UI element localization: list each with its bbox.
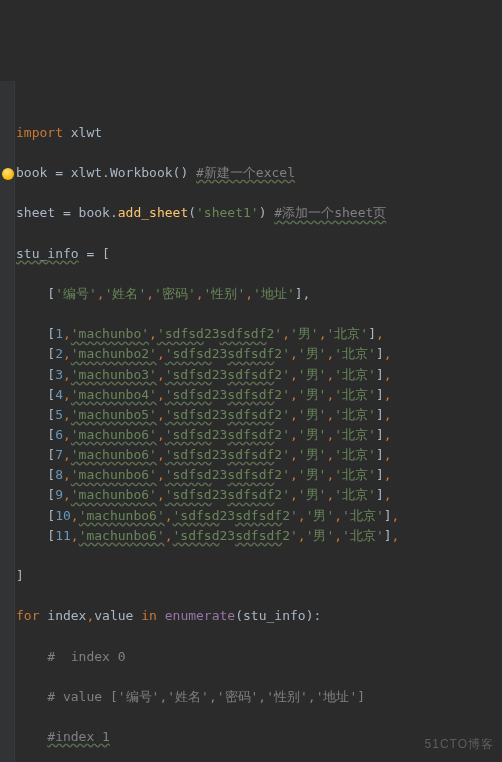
function: add_sheet: [118, 205, 188, 220]
table-row: [9,'machunbo6','sdfsd23sdfsdf2','男','北京'…: [16, 485, 502, 505]
table-row: [1,'machunbo','sdfsd23sdfsdf2','男','北京']…: [16, 324, 502, 344]
class: Workbook: [110, 165, 173, 180]
table-row: [10,'machunbo6','sdfsd23sdfsdf2','男','北京…: [16, 506, 502, 526]
code-editor[interactable]: import xlwt book = xlwt.Workbook() #新建一个…: [0, 81, 502, 762]
code-line: sheet = book.add_sheet('sheet1') #添加一个sh…: [16, 203, 502, 223]
comment: # value ['编号','姓名','密码','性别','地址']: [47, 689, 365, 704]
code-line: book = xlwt.Workbook() #新建一个excel: [16, 163, 502, 183]
watermark: 51CTO博客: [425, 735, 494, 754]
bulb-icon[interactable]: [2, 168, 14, 180]
data-rows: [1,'machunbo','sdfsd23sdfsdf2','男','北京']…: [16, 324, 502, 546]
table-row: [3,'machunbo3','sdfsd23sdfsdf2','男','北京'…: [16, 365, 502, 385]
code-line: for index,value in enumerate(stu_info):: [16, 606, 502, 626]
comment: #index 1: [47, 729, 110, 744]
keyword: import: [16, 125, 63, 140]
table-row: [7,'machunbo6','sdfsd23sdfsdf2','男','北京'…: [16, 445, 502, 465]
comment: # index 0: [47, 649, 125, 664]
table-row: [8,'machunbo6','sdfsd23sdfsdf2','男','北京'…: [16, 465, 502, 485]
table-row: [4,'machunbo4','sdfsd23sdfsdf2','男','北京'…: [16, 385, 502, 405]
code-line: # value ['编号','姓名','密码','性别','地址']: [16, 687, 502, 707]
comment: #添加一个sheet页: [274, 205, 386, 220]
code-line: ['编号','姓名','密码','性别','地址'],: [16, 284, 502, 304]
code-line: stu_info = [: [16, 244, 502, 264]
code-line: # index 0: [16, 647, 502, 667]
module: xlwt: [71, 125, 102, 140]
table-row: [2,'machunbo2','sdfsd23sdfsdf2','男','北京'…: [16, 344, 502, 364]
var: book: [16, 165, 47, 180]
string: 'sheet1': [196, 205, 259, 220]
code-line: ]: [16, 566, 502, 586]
table-row: [5,'machunbo5','sdfsd23sdfsdf2','男','北京'…: [16, 405, 502, 425]
comment: #新建一个excel: [196, 165, 295, 180]
table-row: [6,'machunbo6','sdfsd23sdfsdf2','男','北京'…: [16, 425, 502, 445]
table-row: [11,'machunbo6','sdfsd23sdfsdf2','男','北京…: [16, 526, 502, 546]
code-line: import xlwt: [16, 123, 502, 143]
gutter: [0, 81, 15, 762]
builtin: enumerate: [165, 608, 235, 623]
